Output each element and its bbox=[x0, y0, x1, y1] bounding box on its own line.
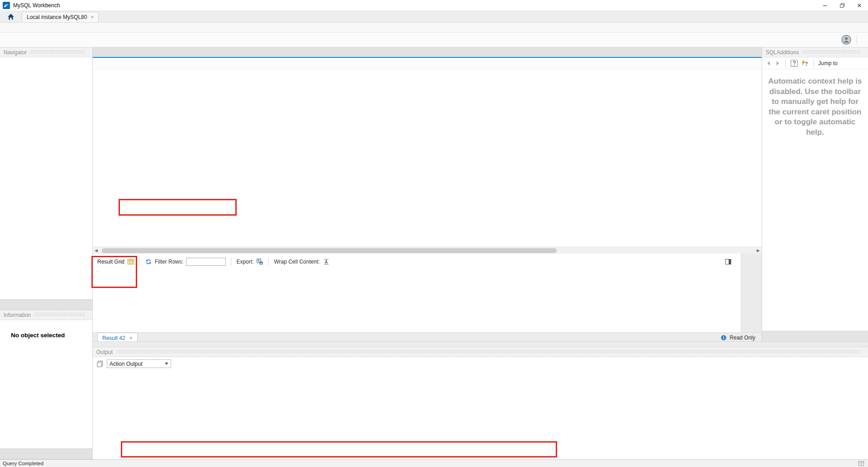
result-grid-label: Result Grid bbox=[97, 259, 124, 265]
output-type-dropdown[interactable]: Action Output bbox=[107, 359, 171, 368]
editor-horizontal-scrollbar: ◀ ▶ bbox=[93, 247, 762, 254]
result-tab-close-icon[interactable]: × bbox=[129, 335, 133, 341]
result-tab-label: Result 42 bbox=[102, 335, 125, 341]
context-help-icon[interactable] bbox=[790, 59, 798, 67]
result-grid bbox=[97, 271, 98, 272]
info-icon bbox=[720, 335, 727, 341]
navigator-sidebar: Navigator Information No object selected bbox=[0, 47, 93, 459]
result-main: Result Grid Filter Rows: Export: bbox=[93, 254, 741, 332]
scrollbar-thumb[interactable] bbox=[102, 248, 557, 253]
main-area: ◀ ▶ Result Grid Filter Rows: bbox=[93, 47, 868, 459]
action-output-table bbox=[93, 369, 868, 459]
object-info-tabs bbox=[0, 448, 92, 459]
no-object-selected-text: No object selected bbox=[11, 332, 92, 339]
connection-tab-close-icon[interactable]: × bbox=[91, 14, 94, 20]
panel-grip[interactable] bbox=[802, 50, 861, 54]
action-output-icon bbox=[96, 360, 104, 368]
panel-splitter[interactable] bbox=[93, 341, 868, 347]
result-toolbar: Result Grid Filter Rows: Export: bbox=[93, 254, 741, 267]
information-header: Information bbox=[0, 310, 92, 320]
export-icon[interactable] bbox=[256, 258, 263, 265]
panel-grip[interactable] bbox=[30, 50, 85, 54]
menu-bar bbox=[0, 23, 868, 33]
toolbar-separator bbox=[139, 258, 140, 266]
main-toolbar-right bbox=[840, 34, 865, 45]
filter-rows-input[interactable] bbox=[186, 258, 226, 266]
export-label: Export: bbox=[236, 259, 253, 265]
mysql-logo-icon bbox=[3, 2, 10, 9]
sidebar-tabs bbox=[0, 299, 92, 310]
upper-area: ◀ ▶ Result Grid Filter Rows: bbox=[93, 47, 868, 341]
output-type-value: Action Output bbox=[110, 361, 143, 367]
navigator-tree bbox=[0, 57, 92, 299]
wrap-cell-label: Wrap Cell Content: bbox=[274, 259, 320, 265]
connection-tab[interactable]: Local instance MySQL80 × bbox=[22, 12, 99, 22]
editor-toolbar bbox=[93, 58, 762, 70]
collapse-panel-icon[interactable] bbox=[725, 258, 732, 265]
navigator-title: Navigator bbox=[4, 49, 27, 56]
navigator-header: Navigator bbox=[0, 47, 92, 57]
sql-additions-title: SQLAdditions bbox=[766, 49, 799, 56]
panel-grip[interactable] bbox=[116, 350, 861, 354]
auto-context-help-icon[interactable] bbox=[801, 59, 809, 67]
mysql-workbench-window: MySQL Workbench Local instance MySQL80 ×… bbox=[0, 0, 868, 467]
workspace: Navigator Information No object selected bbox=[0, 47, 868, 459]
refresh-icon[interactable] bbox=[145, 258, 152, 265]
minimize-icon bbox=[822, 2, 828, 9]
toolbar-separator bbox=[857, 36, 857, 44]
home-button[interactable] bbox=[0, 11, 22, 22]
wrap-cell-icon[interactable] bbox=[323, 258, 330, 265]
grid-mini-icon bbox=[127, 258, 134, 265]
scrollbar-track[interactable] bbox=[100, 247, 755, 254]
forward-icon[interactable] bbox=[774, 60, 781, 66]
window-title: MySQL Workbench bbox=[13, 2, 60, 9]
sql-additions-panel: SQLAdditions Jump to Automatic context h… bbox=[762, 47, 868, 341]
information-title: Information bbox=[4, 312, 31, 318]
sql-additions-toolbar: Jump to bbox=[762, 57, 868, 69]
jump-to-dropdown[interactable]: Jump to bbox=[818, 60, 838, 66]
information-panel: No object selected bbox=[0, 320, 92, 448]
toolbar-separator bbox=[268, 258, 269, 266]
close-icon bbox=[856, 2, 863, 9]
context-help-body: Automatic context help is disabled. Use … bbox=[762, 69, 868, 331]
toolbar-separator bbox=[813, 59, 814, 67]
scroll-left-arrow-icon[interactable]: ◀ bbox=[93, 247, 100, 254]
sql-additions-header: SQLAdditions bbox=[762, 47, 868, 57]
home-icon bbox=[7, 13, 15, 21]
title-bar: MySQL Workbench bbox=[0, 0, 868, 11]
connection-tab-bar: Local instance MySQL80 × bbox=[0, 11, 868, 23]
filter-rows-label: Filter Rows: bbox=[155, 259, 183, 265]
account-icon[interactable] bbox=[840, 34, 852, 45]
panel-grip[interactable] bbox=[34, 313, 85, 317]
close-button[interactable] bbox=[851, 0, 868, 10]
help-tabs bbox=[762, 331, 868, 341]
chevron-down-icon bbox=[165, 363, 168, 365]
context-help-text: Automatic context help is disabled. Use … bbox=[766, 76, 864, 138]
query-tab-bar bbox=[93, 47, 762, 58]
sql-editor[interactable] bbox=[93, 70, 762, 247]
main-toolbar bbox=[0, 33, 868, 47]
back-icon[interactable] bbox=[766, 60, 772, 66]
restore-button[interactable] bbox=[834, 0, 851, 10]
window-controls bbox=[816, 0, 868, 10]
output-toolbar: Action Output bbox=[93, 357, 868, 369]
result-area: Result Grid Filter Rows: Export: bbox=[93, 254, 762, 332]
read-only-indicator: Read Only bbox=[720, 335, 759, 341]
output-panel: Output Action Output bbox=[93, 341, 868, 459]
layout-grid-icon[interactable] bbox=[858, 460, 864, 467]
result-side-toolbar bbox=[741, 254, 762, 332]
status-text: Query Completed bbox=[3, 461, 43, 466]
toolbar-separator bbox=[231, 258, 231, 266]
read-only-label: Read Only bbox=[730, 335, 755, 341]
restore-icon bbox=[839, 2, 845, 9]
output-header: Output bbox=[93, 347, 868, 357]
status-bar: Query Completed bbox=[0, 459, 868, 467]
output-title: Output bbox=[96, 349, 113, 355]
editor-region: ◀ ▶ Result Grid Filter Rows: bbox=[93, 47, 762, 341]
scroll-right-arrow-icon[interactable]: ▶ bbox=[755, 247, 762, 254]
minimize-button[interactable] bbox=[816, 0, 834, 10]
connection-tab-label: Local instance MySQL80 bbox=[27, 14, 87, 20]
toolbar-separator bbox=[785, 59, 786, 67]
